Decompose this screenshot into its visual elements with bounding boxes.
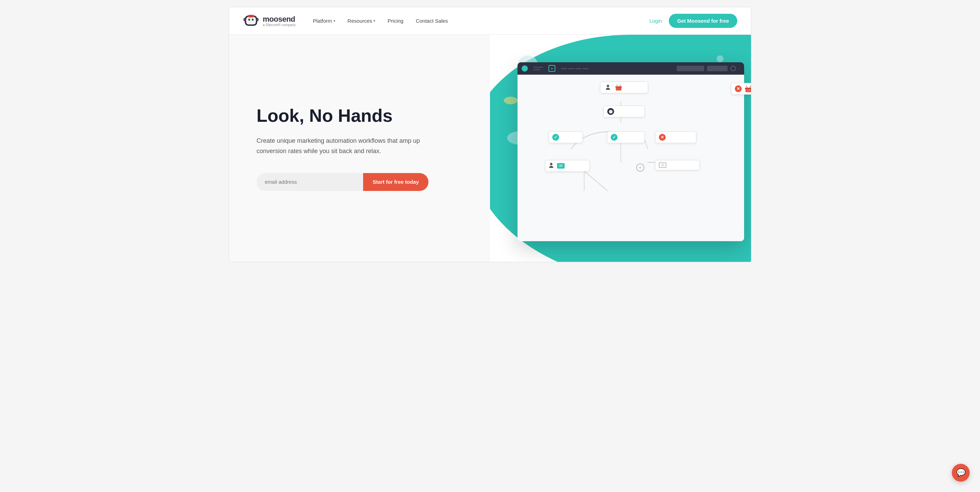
mockup-window: + - (517, 62, 744, 241)
basket-icon-float (745, 85, 751, 92)
tb-add-icon: + (549, 65, 555, 72)
workflow-node-check-left: ✓ (549, 131, 583, 143)
logo-tagline: a Sitecore® company (263, 23, 296, 27)
svg-point-5 (256, 19, 258, 21)
svg-rect-17 (745, 88, 751, 89)
tb-search-bar (677, 66, 704, 71)
hero-headline: Look, No Hands (256, 106, 469, 126)
moosend-logo-icon (243, 13, 259, 29)
float-node-top-right: ✕ (731, 83, 751, 95)
workflow-node-x: ✕ (655, 131, 696, 143)
plus-icon: + (636, 163, 644, 172)
nav-resources[interactable]: Resources ▾ (348, 18, 375, 24)
logo-text: moosend a Sitecore® company (263, 15, 296, 27)
email-icon-left (557, 163, 565, 169)
hero-left: Look, No Hands Create unique marketing a… (229, 35, 490, 262)
nav-actions: Login Get Moosend for free (649, 14, 737, 28)
svg-point-7 (252, 19, 254, 21)
hero-description: Create unique marketing automation workf… (256, 136, 422, 156)
logo[interactable]: moosend a Sitecore® company (243, 13, 296, 29)
workflow-node-email-right (655, 160, 700, 170)
decorative-circle-2 (504, 97, 517, 104)
resources-dropdown-arrow: ▾ (374, 19, 375, 23)
tb-line-2 (533, 69, 540, 70)
email-icon-right (659, 162, 667, 168)
start-free-button[interactable]: Start for free today (363, 173, 428, 191)
hero-right: ✕ (490, 35, 751, 262)
tb-settings-circle (730, 66, 736, 71)
nav-contact-sales[interactable]: Contact Sales (416, 18, 448, 24)
svg-rect-29 (615, 86, 622, 88)
tb-dash: - (738, 66, 740, 71)
mockup-titlebar: + - (517, 62, 744, 75)
x-icon: ✕ (659, 134, 666, 141)
check-icon-left: ✓ (552, 134, 559, 141)
platform-dropdown-arrow: ▾ (334, 19, 335, 23)
login-link[interactable]: Login (649, 18, 662, 24)
workflow-node-email-left (545, 160, 590, 172)
svg-rect-10 (248, 21, 254, 24)
page-wrapper: moosend a Sitecore® company Platform ▾ R… (229, 7, 751, 262)
svg-point-27 (607, 84, 609, 87)
basket-node-icon (615, 84, 622, 91)
clock-icon: 🕐 (607, 108, 614, 115)
workflow-node-basket-trigger (600, 81, 648, 93)
svg-line-26 (584, 171, 608, 191)
float-node-icon: ✕ (735, 85, 742, 92)
tb-dots (561, 68, 589, 69)
tb-teal-dot (522, 65, 528, 72)
hero-form: Start for free today (256, 173, 428, 191)
email-input[interactable] (256, 173, 363, 191)
svg-line-30 (617, 84, 617, 86)
svg-point-6 (248, 19, 250, 21)
nav-links: Platform ▾ Resources ▾ Pricing Contact S… (313, 18, 649, 24)
workflow-connectors (517, 75, 744, 241)
svg-point-32 (550, 163, 553, 165)
nav-pricing[interactable]: Pricing (388, 18, 403, 24)
hero-section: Look, No Hands Create unique marketing a… (229, 35, 751, 262)
tb-filter-bar (707, 66, 728, 71)
check-icon-center: ✓ (611, 134, 617, 141)
nav-platform[interactable]: Platform ▾ (313, 18, 335, 24)
workflow-node-clock: 🕐 (603, 106, 645, 117)
svg-point-8 (249, 19, 250, 20)
svg-point-4 (244, 19, 245, 21)
svg-point-9 (253, 19, 253, 20)
logo-name: moosend (263, 15, 296, 24)
svg-line-19 (750, 86, 751, 88)
decorative-circle-6 (717, 56, 724, 62)
navbar: moosend a Sitecore® company Platform ▾ R… (229, 7, 751, 35)
svg-line-18 (746, 86, 747, 88)
get-moosend-button[interactable]: Get Moosend for free (669, 14, 737, 28)
tb-hamburger (533, 67, 543, 70)
workflow-node-check-center: ✓ (607, 131, 645, 143)
workflow-node-plus: + (636, 163, 644, 172)
workflow-canvas: 🕐 ✓ ✓ ✕ (517, 75, 744, 241)
person-icon (604, 84, 612, 91)
tb-line-1 (533, 67, 543, 68)
svg-line-31 (620, 84, 620, 86)
